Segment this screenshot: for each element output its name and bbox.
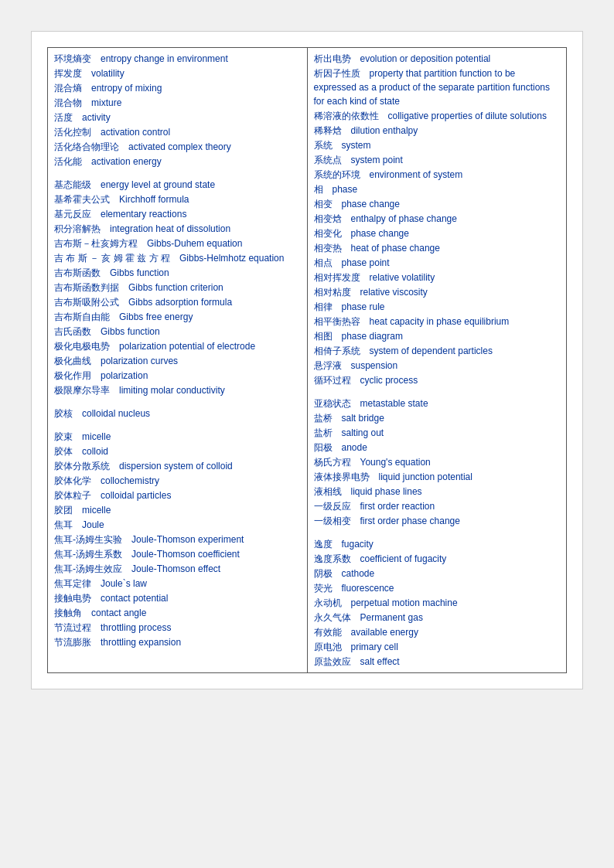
glossary-entry: 逸度系数 coefficient of fugacity xyxy=(314,552,561,566)
english-term: Gibbs adsorption formula xyxy=(128,297,232,308)
glossary-entry: 胶核 colloidal nucleus xyxy=(54,407,301,420)
english-term: system point xyxy=(351,155,403,165)
english-term: cyclic process xyxy=(360,375,418,386)
chinese-term: 系统 xyxy=(314,140,342,151)
chinese-term: 吉氏函数 xyxy=(54,326,101,337)
english-term: colloid xyxy=(82,446,108,457)
chinese-term: 相倚子系统 xyxy=(314,345,370,356)
glossary-entry: 系统的环境 environment of system xyxy=(314,168,561,182)
english-term: colloidal nucleus xyxy=(82,408,150,419)
glossary-entry: 极化电极电势 polarization potential of electro… xyxy=(54,339,301,353)
chinese-term: 吉布斯自由能 xyxy=(54,311,119,322)
glossary-entry: 胶体分散系统 dispersion system of colloid xyxy=(54,459,301,473)
glossary-entry: 混合物 mixture xyxy=(54,96,301,110)
glossary-entry: 荧光 fluorescence xyxy=(314,581,561,595)
chinese-term: 相变化 xyxy=(314,228,351,239)
chinese-term: 阴极 xyxy=(314,568,342,579)
chinese-term: 有效能 xyxy=(314,627,351,638)
english-term: phase change xyxy=(351,228,409,239)
english-term: heat of phase change xyxy=(351,243,440,254)
english-term: polarization potential of electrode xyxy=(119,341,255,352)
chinese-term: 相对挥发度 xyxy=(314,272,370,283)
english-term: cathode xyxy=(342,568,375,579)
english-term: phase point xyxy=(342,257,390,268)
glossary-entry: 极化作用 polarization xyxy=(54,369,301,383)
english-term: coefficient of fugacity xyxy=(360,553,447,564)
glossary-entry: 系统点 system point xyxy=(314,153,561,167)
glossary-entry: 吉布斯吸附公式 Gibbs adsorption formula xyxy=(54,295,301,309)
chinese-term: 永久气体 xyxy=(314,612,360,623)
chinese-term: 液相线 xyxy=(314,486,351,497)
glossary-entry: 活度 activity xyxy=(54,111,301,124)
left-column: 环境熵变 entropy change in environment挥发度 vo… xyxy=(48,48,308,672)
english-term: system xyxy=(342,140,371,151)
english-term: liquid junction potential xyxy=(379,471,472,482)
english-term: metastable state xyxy=(360,398,428,409)
english-term: micelle xyxy=(82,431,111,442)
chinese-term: 逸度 xyxy=(314,539,342,550)
glossary-entry: 析出电势 evolution or deposition potential xyxy=(314,52,561,66)
glossary-entry: 胶体 colloid xyxy=(54,444,301,458)
glossary-entry: 永久气体 Permanent gas xyxy=(314,611,561,625)
chinese-term: 胶体 xyxy=(54,446,82,457)
english-term: mixture xyxy=(91,97,121,108)
glossary-entry: 一级反应 first order reaction xyxy=(314,499,561,513)
glossary-entry: 杨氏方程 Young's equation xyxy=(314,455,561,469)
glossary-entry: 盐桥 salt bridge xyxy=(314,411,561,425)
english-term: available energy xyxy=(351,627,418,638)
glossary-entry: 稀溶液的依数性 colligative properties of dilute… xyxy=(314,109,561,123)
english-term: dilution enthalpy xyxy=(351,125,418,136)
glossary-entry: 节流膨胀 throttling expansion xyxy=(54,635,301,649)
page: 环境熵变 entropy change in environment挥发度 vo… xyxy=(31,31,583,689)
english-term: fugacity xyxy=(342,539,374,550)
chinese-term: 极化电极电势 xyxy=(54,341,119,352)
glossary-entry: 焦耳-汤姆生系数 Joule-Thomson coefficient xyxy=(54,547,301,561)
chinese-term: 吉布斯－杜亥姆方程 xyxy=(54,238,147,249)
chinese-term: 节流膨胀 xyxy=(54,637,101,648)
chinese-term: 循环过程 xyxy=(314,375,360,386)
chinese-term: 阳极 xyxy=(314,442,342,453)
english-term: Gibbs function criterion xyxy=(128,282,223,293)
chinese-term: 荧光 xyxy=(314,583,342,594)
chinese-term: 相点 xyxy=(314,257,342,268)
english-term: Permanent gas xyxy=(360,612,423,623)
english-term: phase rule xyxy=(342,301,385,312)
chinese-term: 亚稳状态 xyxy=(314,398,360,409)
english-term: dispersion system of colloid xyxy=(119,461,233,471)
glossary-entry: 相变 phase change xyxy=(314,197,561,211)
chinese-term: 吉 布 斯 － 亥 姆 霍 兹 方 程 xyxy=(54,253,179,264)
glossary-entry: 焦耳 Joule xyxy=(54,518,301,532)
english-term: liquid phase lines xyxy=(351,486,422,497)
chinese-term: 胶核 xyxy=(54,408,82,419)
chinese-term: 相对粘度 xyxy=(314,287,360,298)
english-term: salt bridge xyxy=(342,413,384,424)
chinese-term: 环境熵变 xyxy=(54,53,101,64)
chinese-term: 系统点 xyxy=(314,155,351,165)
chinese-term: 液体接界电势 xyxy=(314,471,379,482)
glossary-entry: 阳极 anode xyxy=(314,441,561,454)
glossary-entry: 盐析 salting out xyxy=(314,426,561,440)
chinese-term: 焦耳 xyxy=(54,519,82,530)
chinese-term: 悬浮液 xyxy=(314,360,351,371)
english-term: anode xyxy=(342,442,367,453)
glossary-entry: 焦耳-汤姆生效应 Joule-Thomson effect xyxy=(54,562,301,576)
glossary-entry: 极限摩尔导率 limiting molar conductivity xyxy=(54,383,301,397)
english-term: energy level at ground state xyxy=(101,179,215,190)
glossary-entry: 活化控制 activation control xyxy=(54,125,301,139)
english-term: entropy change in environment xyxy=(101,53,228,64)
english-term: activation energy xyxy=(91,156,162,167)
chinese-term: 基元反应 xyxy=(54,209,101,220)
chinese-term: 胶束 xyxy=(54,431,82,442)
english-term: activation control xyxy=(101,127,170,138)
english-term: integration heat of dissolution xyxy=(110,223,230,234)
glossary-entry: 相对粘度 relative viscosity xyxy=(314,285,561,299)
english-term: polarization curves xyxy=(101,356,178,366)
english-term: throttling expansion xyxy=(101,637,181,648)
glossary-entry: 系统 system xyxy=(314,138,561,152)
chinese-term: 系统的环境 xyxy=(314,169,370,180)
glossary-entry: 阴极 cathode xyxy=(314,567,561,580)
glossary-entry: 接触电势 contact potential xyxy=(54,591,301,605)
english-term: Joule xyxy=(82,519,104,530)
glossary-entry: 环境熵变 entropy change in environment xyxy=(54,52,301,66)
glossary-entry: 吉氏函数 Gibbs function xyxy=(54,325,301,339)
